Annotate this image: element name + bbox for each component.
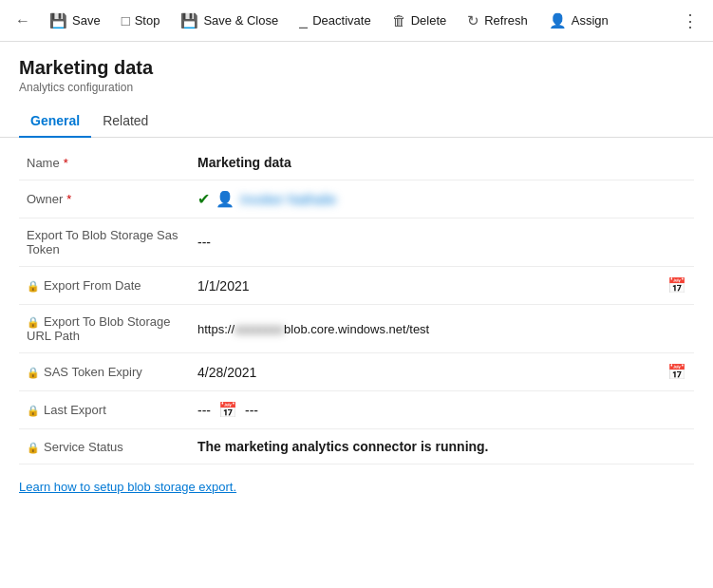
save-close-icon: 💾: [180, 12, 198, 29]
url-path-value: https://xxxxxxxxblob.core.windows.net/te…: [190, 305, 694, 353]
lock-icon: 🔒: [27, 442, 40, 453]
url-blurred-part: xxxxxxxx: [235, 322, 284, 336]
stop-label: Stop: [135, 13, 160, 28]
owner-person-icon: 👤: [216, 190, 235, 208]
last-export-text-2: ---: [245, 403, 258, 418]
name-value: Marketing data: [190, 145, 694, 180]
stop-button[interactable]: □ Stop: [112, 7, 170, 34]
owner-name[interactable]: Invoker Nathalie: [240, 192, 336, 207]
table-row: 🔒Export To Blob Storage URL Path https:/…: [19, 305, 694, 353]
deactivate-icon: ⎯: [299, 12, 308, 28]
owner-check-icon: ✔: [197, 190, 210, 208]
name-label: Name*: [19, 145, 190, 180]
refresh-icon: ↻: [467, 12, 479, 29]
last-export-cell: --- 📅 ---: [197, 401, 686, 419]
deactivate-button[interactable]: ⎯ Deactivate: [290, 7, 380, 34]
page-title: Marketing data: [19, 57, 694, 79]
assign-icon: 👤: [549, 12, 567, 29]
form-content: Name* Marketing data Owner* ✔ 👤 Invoker …: [0, 145, 713, 465]
table-row: 🔒Export From Date 1/1/2021 📅: [19, 267, 694, 305]
refresh-label: Refresh: [484, 13, 528, 28]
table-row: Export To Blob Storage Sas Token ---: [19, 218, 694, 267]
page-header: Marketing data Analytics configuration: [0, 42, 713, 94]
save-button[interactable]: 💾 Save: [40, 7, 110, 35]
toolbar: ← 💾 Save □ Stop 💾 Save & Close ⎯ Deactiv…: [0, 0, 713, 42]
save-icon: 💾: [49, 12, 67, 29]
required-indicator: *: [64, 156, 68, 170]
calendar-icon[interactable]: 📅: [667, 276, 686, 294]
page-subtitle: Analytics configuration: [19, 81, 694, 94]
last-export-text-1: ---: [197, 403, 211, 418]
service-status-value: The marketing analytics connector is run…: [190, 429, 694, 465]
tabs: General Related: [0, 105, 713, 138]
learn-link[interactable]: Learn how to setup blob storage export.: [19, 480, 694, 494]
delete-icon: 🗑: [392, 12, 406, 28]
table-row: Name* Marketing data: [19, 145, 694, 180]
owner-value: ✔ 👤 Invoker Nathalie: [190, 180, 694, 218]
last-export-label: 🔒Last Export: [19, 391, 190, 429]
more-icon: ⋮: [682, 10, 699, 31]
service-status-text: The marketing analytics connector is run…: [197, 439, 489, 454]
date-with-calendar: 4/28/2021 📅: [197, 363, 686, 381]
sas-token-label: Export To Blob Storage Sas Token: [19, 218, 190, 267]
table-row: 🔒SAS Token Expiry 4/28/2021 📅: [19, 353, 694, 391]
delete-button[interactable]: 🗑 Delete: [383, 7, 457, 34]
form-table: Name* Marketing data Owner* ✔ 👤 Invoker …: [19, 145, 694, 465]
owner-cell: ✔ 👤 Invoker Nathalie: [197, 190, 686, 208]
service-status-label: 🔒Service Status: [19, 429, 190, 465]
sas-expiry-text: 4/28/2021: [197, 365, 256, 380]
save-close-label: Save & Close: [203, 13, 278, 28]
calendar-icon[interactable]: 📅: [667, 363, 686, 381]
table-row: 🔒Service Status The marketing analytics …: [19, 429, 694, 465]
export-from-date-text: 1/1/2021: [197, 278, 250, 294]
lock-icon: 🔒: [27, 316, 40, 328]
table-row: 🔒Last Export --- 📅 ---: [19, 391, 694, 429]
back-button[interactable]: ←: [8, 6, 38, 36]
lock-icon: 🔒: [27, 280, 40, 292]
export-from-date-label: 🔒Export From Date: [19, 267, 190, 305]
export-from-date-value: 1/1/2021 📅: [190, 267, 694, 305]
sas-token-value: ---: [190, 218, 694, 267]
assign-button[interactable]: 👤 Assign: [539, 7, 618, 35]
tab-related[interactable]: Related: [91, 105, 159, 138]
delete-label: Delete: [411, 13, 447, 28]
lock-icon: 🔒: [27, 367, 40, 378]
calendar-icon[interactable]: 📅: [218, 401, 237, 419]
save-close-button[interactable]: 💾 Save & Close: [171, 7, 288, 35]
deactivate-label: Deactivate: [312, 13, 370, 28]
required-indicator: *: [66, 192, 71, 206]
sas-expiry-value: 4/28/2021 📅: [190, 353, 694, 391]
lock-icon: 🔒: [27, 405, 40, 416]
tab-general[interactable]: General: [19, 105, 91, 138]
last-export-value: --- 📅 ---: [190, 391, 694, 429]
date-with-calendar: 1/1/2021 📅: [197, 276, 686, 294]
back-icon: ←: [15, 12, 30, 29]
refresh-button[interactable]: ↻ Refresh: [458, 7, 537, 35]
table-row: Owner* ✔ 👤 Invoker Nathalie: [19, 180, 694, 218]
url-path-label: 🔒Export To Blob Storage URL Path: [19, 305, 190, 353]
assign-label: Assign: [572, 13, 609, 28]
owner-label: Owner*: [19, 180, 190, 218]
stop-icon: □: [122, 12, 130, 28]
save-label: Save: [72, 13, 101, 28]
more-options-button[interactable]: ⋮: [675, 6, 705, 36]
sas-expiry-label: 🔒SAS Token Expiry: [19, 353, 190, 391]
